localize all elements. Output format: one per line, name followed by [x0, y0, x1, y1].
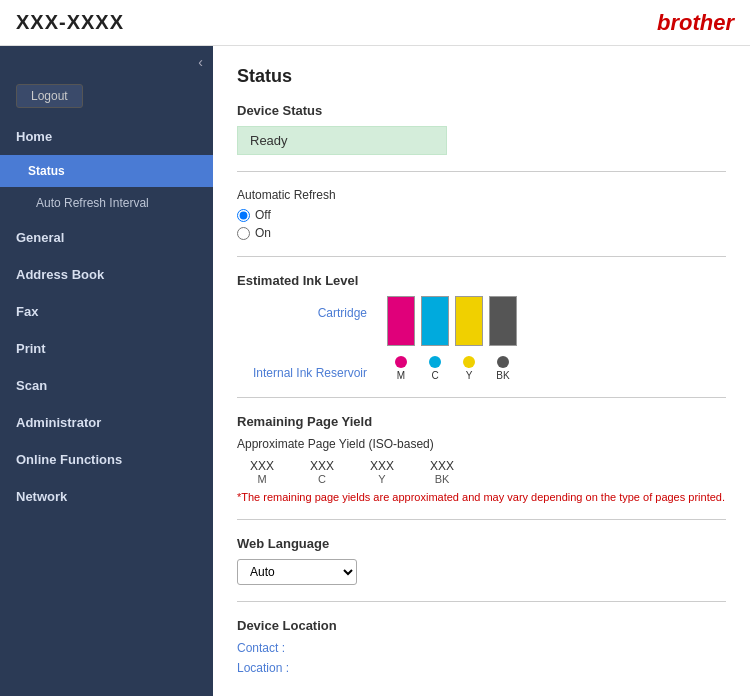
auto-refresh-on-option[interactable]: On: [237, 226, 726, 240]
cartridge-magenta: [387, 296, 415, 346]
reservoir-row: Internal Ink Reservoir M C Y BK: [237, 356, 726, 381]
dot-label-c: C: [431, 370, 438, 381]
logout-button[interactable]: Logout: [16, 84, 83, 108]
sidebar-item-general[interactable]: General: [0, 219, 213, 256]
dot-black: [497, 356, 509, 368]
sidebar-item-status[interactable]: Status: [0, 155, 213, 187]
auto-refresh-on-label: On: [255, 226, 271, 240]
top-header: XXX-XXXX brother: [0, 0, 750, 46]
yield-yellow: XXX Y: [357, 459, 407, 485]
yield-magenta: XXX M: [237, 459, 287, 485]
yield-value-y: XXX: [370, 459, 394, 473]
yield-cyan: XXX C: [297, 459, 347, 485]
chevron-left-icon: ‹: [198, 54, 203, 70]
web-language-title: Web Language: [237, 536, 726, 551]
auto-refresh-on-radio[interactable]: [237, 227, 250, 240]
page-yield-title: Remaining Page Yield: [237, 414, 726, 429]
logout-section: Logout: [0, 78, 213, 118]
reservoir-magenta: M: [387, 356, 415, 381]
sidebar-item-network[interactable]: Network: [0, 478, 213, 515]
auto-refresh-off-option[interactable]: Off: [237, 208, 726, 222]
device-status-label: Device Status: [237, 103, 726, 118]
reservoir-yellow: Y: [455, 356, 483, 381]
ink-bar-yellow: [455, 296, 483, 346]
location-label: Location :: [237, 661, 297, 675]
device-status-value: Ready: [237, 126, 447, 155]
auto-refresh-off-label: Off: [255, 208, 271, 222]
main-content: Status Device Status Ready Automatic Ref…: [213, 46, 750, 696]
page-yield-row: XXX M XXX C XXX Y XXX BK: [237, 459, 726, 485]
sidebar-item-scan[interactable]: Scan: [0, 367, 213, 404]
yield-color-m: M: [257, 473, 266, 485]
sidebar-item-online-functions[interactable]: Online Functions: [0, 441, 213, 478]
device-location-title: Device Location: [237, 618, 726, 633]
sidebar-item-administrator[interactable]: Administrator: [0, 404, 213, 441]
page-title: Status: [237, 66, 726, 87]
dot-label-m: M: [397, 370, 405, 381]
sidebar-item-home[interactable]: Home: [0, 118, 213, 155]
ink-bar-black: [489, 296, 517, 346]
brand-logo: brother: [657, 10, 734, 36]
cartridge-black: [489, 296, 517, 346]
location-field: Location :: [237, 661, 726, 675]
ink-bar-magenta: [387, 296, 415, 346]
divider-1: [237, 171, 726, 172]
reservoir-black: BK: [489, 356, 517, 381]
dot-label-y: Y: [466, 370, 473, 381]
yield-value-m: XXX: [250, 459, 274, 473]
main-layout: ‹ Logout Home Status Auto Refresh Interv…: [0, 46, 750, 696]
sidebar: ‹ Logout Home Status Auto Refresh Interv…: [0, 46, 213, 696]
sidebar-item-fax[interactable]: Fax: [0, 293, 213, 330]
cartridge-cyan: [421, 296, 449, 346]
dot-magenta: [395, 356, 407, 368]
reservoir-cyan: C: [421, 356, 449, 381]
sidebar-collapse-button[interactable]: ‹: [0, 46, 213, 78]
yield-value-c: XXX: [310, 459, 334, 473]
dot-cyan: [429, 356, 441, 368]
ink-level-title: Estimated Ink Level: [237, 273, 726, 288]
reservoir-dots: M C Y BK: [387, 356, 517, 381]
divider-4: [237, 519, 726, 520]
web-language-select[interactable]: Auto English French German Spanish: [237, 559, 357, 585]
auto-refresh-label: Automatic Refresh: [237, 188, 726, 202]
yield-value-bk: XXX: [430, 459, 454, 473]
dot-yellow: [463, 356, 475, 368]
page-yield-subtitle: Approximate Page Yield (ISO-based): [237, 437, 726, 451]
divider-5: [237, 601, 726, 602]
cartridge-yellow: [455, 296, 483, 346]
yield-black: XXX BK: [417, 459, 467, 485]
yield-color-bk: BK: [435, 473, 450, 485]
sidebar-item-print[interactable]: Print: [0, 330, 213, 367]
contact-field: Contact :: [237, 641, 726, 655]
reservoir-label: Internal Ink Reservoir: [237, 356, 367, 380]
divider-2: [237, 256, 726, 257]
yield-note: *The remaining page yields are approxima…: [237, 491, 726, 503]
auto-refresh-options: Off On: [237, 208, 726, 240]
divider-3: [237, 397, 726, 398]
auto-refresh-off-radio[interactable]: [237, 209, 250, 222]
sidebar-item-auto-refresh-interval[interactable]: Auto Refresh Interval: [0, 187, 213, 219]
cartridge-row: Cartridge: [237, 296, 726, 346]
ink-bar-cyan: [421, 296, 449, 346]
device-model: XXX-XXXX: [16, 11, 124, 34]
dot-label-bk: BK: [496, 370, 509, 381]
cartridge-bars: [387, 296, 517, 346]
contact-label: Contact :: [237, 641, 297, 655]
yield-color-c: C: [318, 473, 326, 485]
sidebar-item-address-book[interactable]: Address Book: [0, 256, 213, 293]
cartridge-label: Cartridge: [237, 296, 367, 320]
yield-color-y: Y: [378, 473, 385, 485]
